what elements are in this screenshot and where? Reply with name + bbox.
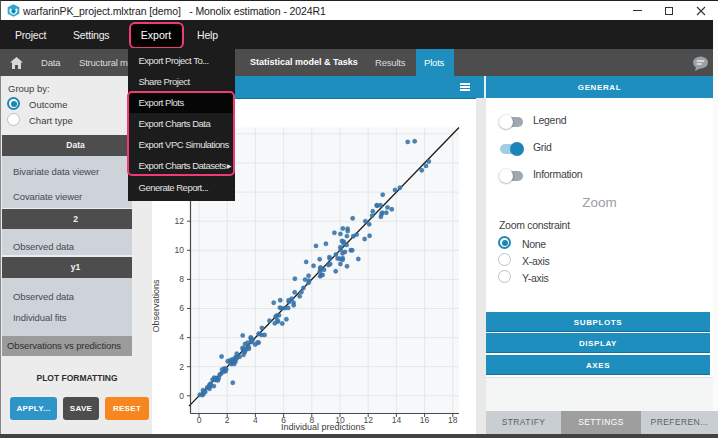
svg-text:6: 6 — [179, 303, 184, 313]
svg-text:2: 2 — [179, 362, 184, 372]
svg-text:18: 18 — [448, 415, 458, 425]
svg-text:Observations: Observations — [152, 279, 161, 333]
svg-text:14: 14 — [392, 415, 402, 425]
svg-text:4: 4 — [253, 415, 258, 425]
svg-text:8: 8 — [179, 274, 184, 284]
svg-text:4: 4 — [179, 332, 184, 342]
svg-text:0: 0 — [179, 391, 184, 401]
svg-text:12: 12 — [175, 216, 185, 226]
svg-text:2: 2 — [225, 415, 230, 425]
svg-text:10: 10 — [175, 245, 185, 255]
svg-text:16: 16 — [420, 415, 430, 425]
svg-text:Individual predictions: Individual predictions — [281, 422, 366, 432]
svg-text:0: 0 — [197, 415, 202, 425]
